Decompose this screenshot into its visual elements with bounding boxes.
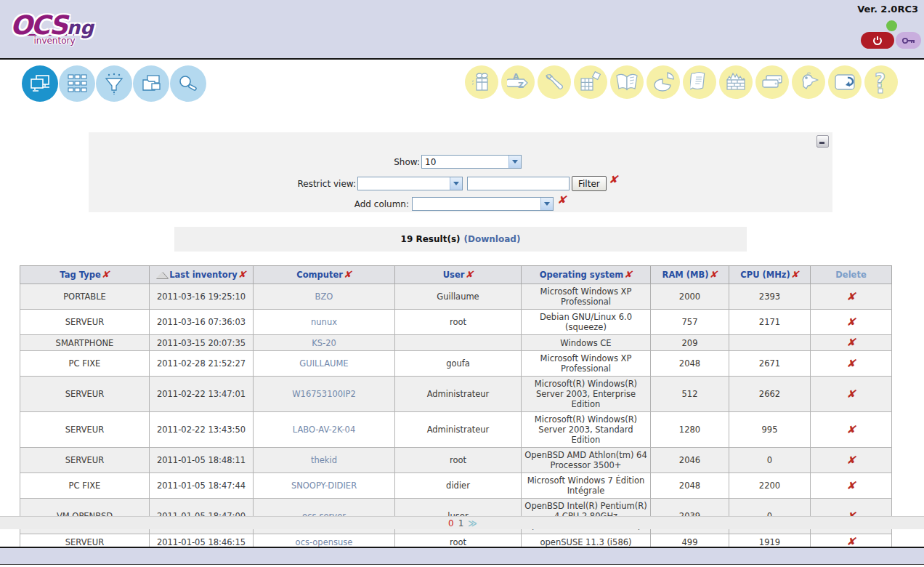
last-inventory-cell: 2011-03-16 07:36:03: [150, 310, 254, 335]
last-inventory-cell: 2011-03-16 19:25:10: [150, 284, 254, 310]
restrict-view-select[interactable]: [357, 177, 463, 190]
add-column-label: Add column:: [264, 199, 409, 209]
undo-restore-icon[interactable]: [828, 65, 862, 99]
os-cell: Microsoft Windows XP Professional: [522, 351, 651, 377]
duplicates-icon[interactable]: [133, 65, 169, 102]
remove-column-icon[interactable]: ✘: [102, 269, 110, 280]
pagination-page-link[interactable]: 1: [458, 518, 464, 528]
clear-filter-icon[interactable]: ✘: [609, 174, 618, 185]
registry-blocks-icon[interactable]: [574, 65, 607, 99]
delete-row-icon[interactable]: ✘: [846, 290, 856, 303]
computer-link[interactable]: nunux: [311, 317, 337, 327]
footer-bar: [0, 548, 924, 565]
tag-type-cell: SERVEUR: [20, 448, 150, 473]
remove-column-icon[interactable]: ✘: [710, 269, 718, 280]
user-cell: root: [395, 448, 522, 473]
security-firewall-icon[interactable]: [719, 65, 753, 99]
computer-link[interactable]: KS-20: [312, 338, 336, 348]
computer-link[interactable]: W16753100IP2: [292, 389, 356, 399]
header-operating-system[interactable]: Operating system✘: [522, 266, 651, 284]
os-cell: Microsoft(R) Windows(R) Server 2003, Ent…: [522, 377, 651, 412]
statistics-pie-icon[interactable]: [647, 65, 680, 99]
cpu-cell: 2393: [729, 284, 811, 310]
tag-type-cell: SERVEUR: [20, 310, 150, 335]
tag-type-cell: SERVEUR: [20, 412, 150, 448]
header-last-inventory[interactable]: Last inventory✘: [150, 266, 254, 284]
main-toolbar: AZ ?: [0, 64, 924, 110]
logo-subtitle: inventory: [26, 34, 83, 46]
download-link[interactable]: (Download): [464, 234, 521, 244]
header-ram-label: RAM (MB): [662, 270, 709, 280]
users-profile-icon[interactable]: [792, 65, 825, 99]
computer-cell: GUILLAUME: [254, 351, 395, 377]
cpu-cell: 2200: [729, 473, 811, 499]
labels-cards-icon[interactable]: [755, 65, 789, 99]
sort-asc-icon: [156, 272, 168, 278]
remove-column-icon[interactable]: ✘: [344, 269, 352, 280]
chevron-down-icon: [450, 177, 462, 190]
header-last-inventory-label: Last inventory: [169, 270, 238, 280]
all-computers-icon[interactable]: [22, 65, 58, 102]
tag-type-cell: SERVEUR: [20, 377, 150, 412]
clear-add-column-icon[interactable]: ✘: [557, 195, 567, 206]
delete-row-icon[interactable]: ✘: [846, 357, 856, 370]
computer-link[interactable]: GUILLAUME: [299, 358, 348, 369]
network-devices-icon[interactable]: [59, 65, 95, 102]
show-label: Show:: [275, 157, 420, 167]
tag-type-cell: SMARTPHONE: [20, 335, 150, 351]
header-delete: Delete: [811, 266, 892, 284]
show-select[interactable]: 10: [421, 155, 522, 169]
computer-link[interactable]: thekid: [311, 455, 337, 465]
table-row: PC FIXE 2011-01-05 18:47:44 SNOOPY-DIDIE…: [20, 473, 892, 499]
dictionary-az-icon[interactable]: AZ: [501, 65, 535, 99]
search-icon[interactable]: [170, 65, 206, 102]
delete-row-icon[interactable]: ✘: [846, 387, 856, 401]
computer-cell: BZO: [254, 284, 395, 310]
delete-row-icon[interactable]: ✘: [846, 315, 856, 329]
remove-column-icon[interactable]: ✘: [238, 269, 246, 280]
delete-row-icon[interactable]: ✘: [846, 479, 856, 492]
header-tag-type-label: Tag Type: [60, 270, 100, 280]
header-user[interactable]: User✘: [395, 266, 522, 284]
table-row: SERVEUR 2011-02-22 13:43:50 LABO-AV-2K-0…: [20, 412, 892, 448]
computer-link[interactable]: SNOOPY-DIDIER: [291, 480, 357, 491]
header-tag-type[interactable]: Tag Type✘: [20, 266, 150, 284]
ocs-inventory-logo[interactable]: OCSng inventory: [10, 10, 94, 46]
delete-cell: ✘: [811, 377, 892, 412]
table-row: SERVEUR 2011-03-16 07:36:03 nunux root D…: [20, 310, 892, 335]
groups-filter-icon[interactable]: [96, 65, 132, 102]
logout-power-button[interactable]: [861, 32, 894, 49]
table-header: Tag Type✘ Last inventory✘ Computer✘ User…: [20, 266, 892, 284]
cpu-cell: 2671: [729, 351, 811, 377]
filter-button[interactable]: Filter: [572, 176, 607, 191]
delete-row-icon[interactable]: ✘: [846, 423, 856, 436]
computer-link[interactable]: ocs-opensuse: [296, 537, 353, 547]
configuration-wrench-icon[interactable]: [538, 65, 571, 99]
remove-column-icon[interactable]: ✘: [624, 269, 632, 280]
pagination-next-icon[interactable]: ≫: [468, 518, 476, 528]
cpu-cell: [729, 335, 811, 351]
header-ram[interactable]: RAM (MB)✘: [651, 266, 729, 284]
user-cell: Administrateur: [395, 377, 522, 412]
computer-link[interactable]: BZO: [315, 291, 333, 302]
password-key-button[interactable]: [896, 32, 921, 49]
reports-document-icon[interactable]: [683, 65, 716, 99]
delete-cell: ✘: [811, 412, 892, 448]
computer-link[interactable]: LABO-AV-2K-04: [293, 425, 355, 435]
delete-row-icon[interactable]: ✘: [846, 336, 856, 349]
delete-row-icon[interactable]: ✘: [846, 454, 856, 467]
filter-search-input[interactable]: [467, 177, 570, 190]
cpu-cell: 0: [729, 448, 811, 473]
remove-column-icon[interactable]: ✘: [465, 269, 473, 280]
minimize-panel-button[interactable]: [816, 135, 829, 148]
header-computer[interactable]: Computer✘: [254, 266, 395, 284]
add-column-select[interactable]: [412, 197, 554, 211]
ram-cell: 2048: [651, 473, 729, 499]
deploy-package-icon[interactable]: [465, 65, 498, 99]
remove-column-icon[interactable]: ✘: [791, 269, 799, 280]
help-icon[interactable]: ?: [864, 65, 898, 99]
header-cpu[interactable]: CPU (MHz)✘: [729, 266, 811, 284]
ram-cell: 2000: [651, 284, 729, 310]
ram-cell: 757: [651, 310, 729, 335]
documentation-book-icon[interactable]: [610, 65, 644, 99]
